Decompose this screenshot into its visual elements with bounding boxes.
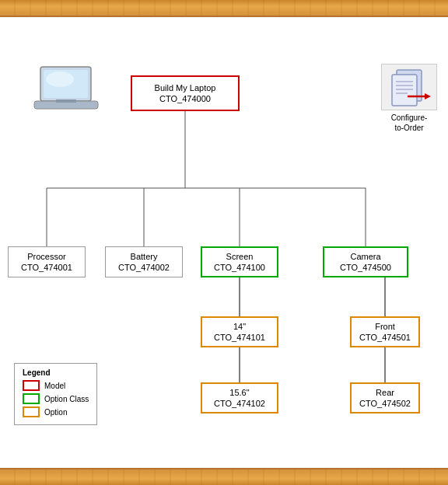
node-root: Build My Laptop CTO_474000: [131, 75, 240, 111]
legend: Legend Model Option Class Option: [14, 363, 97, 425]
node-battery: Battery CTO_474002: [105, 246, 183, 277]
node-14inch-sub: CTO_474101: [214, 332, 265, 343]
node-screen-label: Screen: [226, 251, 254, 262]
cto-icon-container[interactable]: Configure- to-Order: [378, 64, 440, 133]
legend-title: Legend: [23, 368, 89, 377]
tree-container: Configure- to-Order Build My Laptop CTO_…: [0, 17, 448, 468]
node-battery-label: Battery: [131, 251, 158, 262]
node-rear-label: Rear: [376, 387, 394, 398]
svg-point-14: [46, 72, 74, 87]
node-156inch: 15.6" CTO_474102: [201, 382, 278, 413]
svg-rect-16: [56, 99, 76, 103]
node-14inch-label: 14": [233, 321, 246, 332]
cto-label: Configure- to-Order: [378, 113, 440, 133]
legend-label-model: Model: [44, 382, 65, 390]
node-root-label: Build My Laptop: [155, 82, 216, 93]
main-area: Configure- to-Order Build My Laptop CTO_…: [0, 17, 448, 468]
node-screen: Screen CTO_474100: [201, 246, 278, 277]
node-camera-sub: CTO_474500: [340, 262, 391, 273]
svg-marker-24: [425, 93, 431, 99]
cto-icon-box: [381, 64, 437, 110]
legend-box-option-class: [23, 393, 40, 404]
wood-bottom-bar: [0, 468, 448, 485]
laptop-icon: [33, 65, 103, 116]
node-processor: Processor CTO_474001: [8, 246, 86, 277]
node-processor-label: Processor: [27, 251, 66, 262]
node-camera: Camera CTO_474500: [323, 246, 408, 277]
node-front-label: Front: [375, 321, 395, 332]
legend-item-model: Model: [23, 380, 89, 391]
node-front: Front CTO_474501: [350, 316, 420, 347]
node-battery-sub: CTO_474002: [118, 262, 170, 273]
legend-box-model: [23, 380, 40, 391]
node-front-sub: CTO_474501: [359, 332, 411, 343]
node-156inch-label: 15.6": [229, 387, 249, 398]
wood-top-bar: [0, 0, 448, 17]
node-screen-sub: CTO_474100: [214, 262, 265, 273]
legend-item-option-class: Option Class: [23, 393, 89, 404]
node-rear: Rear CTO_474502: [350, 382, 420, 413]
legend-item-option: Option: [23, 406, 89, 417]
node-root-sub: CTO_474000: [159, 93, 211, 104]
legend-box-option: [23, 406, 40, 417]
legend-label-option: Option: [44, 408, 67, 417]
svg-rect-18: [392, 75, 417, 106]
node-rear-sub: CTO_474502: [359, 398, 411, 409]
node-processor-sub: CTO_474001: [21, 262, 72, 273]
legend-label-option-class: Option Class: [44, 395, 89, 403]
node-camera-label: Camera: [350, 251, 380, 262]
node-14inch: 14" CTO_474101: [201, 316, 278, 347]
node-156inch-sub: CTO_474102: [214, 398, 265, 409]
